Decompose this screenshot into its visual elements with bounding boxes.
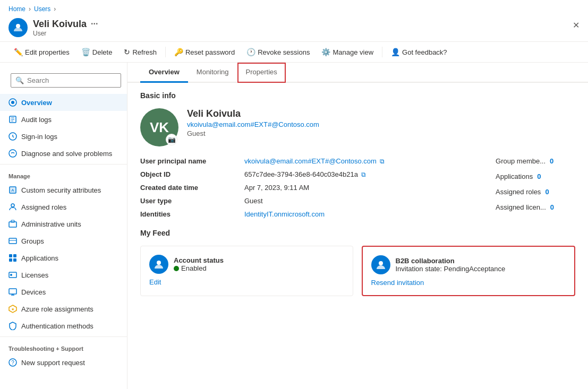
edit-properties-button[interactable]: ✏️ Edit properties — [8, 45, 75, 59]
search-icon: 🔍 — [15, 76, 24, 84]
gear-icon: ⚙️ — [321, 48, 330, 56]
more-options-button[interactable]: ··· — [91, 19, 98, 29]
sidebar-item-assigned-roles[interactable]: Assigned roles — [0, 198, 127, 215]
diagnose-icon — [8, 149, 17, 158]
main-layout: 🔍 « Overview Audit logs Sign-in logs — [0, 63, 588, 389]
assigned-roles-icon — [8, 203, 17, 211]
search-input[interactable] — [27, 76, 116, 84]
basic-info-title: Basic info — [140, 91, 575, 100]
edit-account-link[interactable]: Edit — [149, 278, 161, 286]
reset-password-button[interactable]: 🔑 Reset password — [169, 45, 240, 59]
account-status-title: Account status — [174, 256, 224, 264]
revoke-sessions-button[interactable]: 🕐 Revoke sessions — [241, 45, 315, 59]
stat-applications: Applications 0 — [496, 172, 554, 180]
sidebar-item-azure-role[interactable]: ★ Azure role assignments — [0, 300, 127, 317]
breadcrumb-home[interactable]: Home — [8, 5, 25, 13]
close-button[interactable]: ✕ — [573, 20, 580, 30]
overview-icon — [8, 98, 17, 107]
stat-assigned-licenses: Assigned licen... 0 — [496, 203, 554, 211]
account-status-header: Account status Enabled — [149, 255, 344, 274]
licenses-icon — [8, 271, 17, 279]
prop-label-usertype: User type — [140, 197, 236, 205]
change-photo-button[interactable]: 📷 — [166, 134, 177, 145]
prop-label-created: Created date time — [140, 184, 236, 192]
sidebar-divider-1 — [0, 164, 127, 165]
refresh-button[interactable]: ↻ Refresh — [118, 45, 162, 59]
key-icon: 🔑 — [174, 48, 183, 56]
header-title-block: Veli Koivula ··· User — [33, 19, 98, 37]
sidebar-item-applications[interactable]: Applications — [0, 249, 127, 266]
custom-security-icon: A — [8, 186, 17, 194]
b2b-collab-info: B2B collaboration Invitation state: Pend… — [396, 257, 506, 273]
svg-text:★: ★ — [11, 307, 14, 311]
delete-button[interactable]: 🗑️ Delete — [76, 45, 118, 59]
sidebar-item-licenses[interactable]: Licenses — [0, 266, 127, 283]
prop-label-identities: Identities — [140, 210, 236, 218]
prop-label-upn: User principal name — [140, 157, 236, 165]
svg-text:?: ? — [11, 360, 14, 366]
prop-value-identities: IdentityIT.onmicrosoft.com — [244, 210, 575, 218]
clock-icon: 🕐 — [246, 48, 255, 56]
profile-info: Veli Koivula vkoivula@email.com#EXT#@Con… — [187, 108, 319, 137]
stat-group-members: Group membe... 0 — [496, 157, 554, 165]
sidebar-item-custom-security[interactable]: A Custom security attributes — [0, 181, 127, 198]
auth-methods-icon — [8, 322, 17, 330]
tab-bar: Overview Monitoring Properties — [127, 63, 588, 83]
sidebar-item-devices[interactable]: Devices — [0, 283, 127, 300]
svg-point-12 — [11, 204, 14, 207]
breadcrumb: Home › Users › — [0, 0, 588, 16]
devices-icon — [8, 288, 17, 296]
b2b-collab-card: B2B collaboration Invitation state: Pend… — [362, 246, 576, 296]
sidebar-item-audit-logs[interactable]: Audit logs — [0, 111, 127, 128]
svg-point-0 — [16, 24, 20, 28]
svg-point-8 — [9, 150, 16, 157]
feedback-button[interactable]: 👤 Got feedback? — [386, 45, 453, 59]
header-avatar — [8, 18, 28, 37]
sidebar-item-new-support[interactable]: ? New support request — [0, 354, 127, 371]
svg-text:A: A — [11, 188, 14, 193]
toolbar-divider-2 — [382, 47, 382, 57]
copy-objectid-button[interactable]: ⧉ — [361, 171, 366, 178]
troubleshooting-section-label: Troubleshooting + Support — [0, 339, 127, 354]
sidebar-item-sign-in-logs[interactable]: Sign-in logs — [0, 128, 127, 145]
profile-user-type: Guest — [187, 129, 319, 137]
audit-icon — [8, 115, 17, 124]
sidebar-item-admin-units[interactable]: Administrative units — [0, 215, 127, 232]
tab-monitoring[interactable]: Monitoring — [188, 63, 237, 83]
applications-icon — [8, 254, 17, 262]
delete-icon: 🗑️ — [81, 48, 90, 56]
svg-rect-23 — [9, 289, 16, 294]
sidebar: 🔍 « Overview Audit logs Sign-in logs — [0, 63, 127, 389]
sidebar-divider-2 — [0, 336, 127, 337]
support-icon: ? — [8, 358, 17, 367]
svg-rect-17 — [9, 254, 12, 257]
my-feed-section: My Feed Account status — [140, 229, 575, 296]
account-status-sub: Enabled — [174, 264, 224, 272]
sidebar-item-overview[interactable]: Overview — [0, 94, 127, 111]
sidebar-item-groups[interactable]: Groups — [0, 232, 127, 249]
profile-email: vkoivula@email.com#EXT#@Contoso.com — [187, 120, 319, 128]
account-status-info: Account status Enabled — [174, 256, 224, 272]
breadcrumb-sep1: › — [29, 5, 31, 13]
toolbar-divider — [165, 47, 166, 57]
tab-overview[interactable]: Overview — [140, 63, 188, 83]
svg-rect-18 — [13, 254, 16, 257]
manage-section-label: Manage — [0, 167, 127, 181]
content-body: Basic info VK 📷 Veli Koivula vkoivula@em… — [127, 83, 588, 305]
breadcrumb-users[interactable]: Users — [34, 5, 50, 13]
toolbar: ✏️ Edit properties 🗑️ Delete ↻ Refresh 🔑… — [0, 42, 588, 63]
my-feed-title: My Feed — [140, 229, 575, 237]
search-box[interactable]: 🔍 — [11, 73, 121, 88]
enabled-status-dot — [174, 266, 179, 271]
copy-upn-button[interactable]: ⧉ — [380, 158, 385, 165]
sidebar-item-diagnose[interactable]: Diagnose and solve problems — [0, 145, 127, 162]
info-wrapper: User principal name vkoivula@email.com#E… — [140, 157, 575, 218]
sidebar-item-auth-methods[interactable]: Authentication methods — [0, 317, 127, 334]
breadcrumb-sep2: › — [54, 5, 56, 13]
edit-icon: ✏️ — [14, 48, 23, 56]
tab-properties[interactable]: Properties — [237, 63, 286, 83]
manage-view-button[interactable]: ⚙️ Manage view — [316, 45, 379, 59]
stat-assigned-roles: Assigned roles 0 — [496, 188, 554, 196]
prop-label-objectid: Object ID — [140, 170, 236, 178]
resend-invitation-link[interactable]: Resend invitation — [371, 279, 424, 287]
